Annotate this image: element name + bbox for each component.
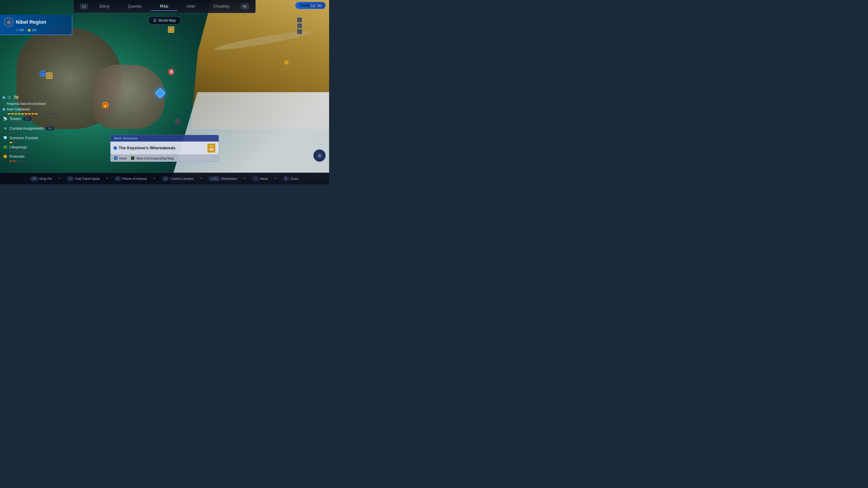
- summon-dots: [9, 142, 58, 143]
- fast-travel-action[interactable]: •◦• Fast Travel Spots: [67, 176, 100, 181]
- region-stat-shield: 🛡 0/3: [16, 28, 24, 32]
- tab-intel[interactable]: Intel: [178, 2, 204, 11]
- tab-map[interactable]: Map: [151, 2, 178, 11]
- combat-icon: ✕: [3, 126, 8, 131]
- combat-dot-2: [13, 133, 16, 134]
- rock-formation-center: [92, 65, 164, 129]
- view-action[interactable]: ✕ View: [114, 156, 126, 160]
- drop-pin-label: Drop Pin: [39, 177, 52, 181]
- player-marker: [157, 90, 166, 98]
- lifesprings-dots: [9, 151, 58, 153]
- regional-data-label: Regional Data Accumulated: [7, 102, 46, 105]
- combat-label: Combat Assignments: [9, 127, 43, 131]
- destination-label: Destination: [221, 177, 237, 181]
- towers-dot-5: [23, 123, 26, 124]
- map-marker-x[interactable]: ✕: [284, 59, 289, 66]
- quest-diamond-icon: [113, 146, 118, 151]
- protorelic-icon: 🔶: [3, 154, 8, 159]
- intel-dot-8: [31, 113, 34, 115]
- top-navigation: L2 Story Quests Map Intel Chadley R2: [73, 0, 256, 13]
- protorelic-dot-2: [13, 160, 16, 162]
- protorelic-dot-4: [20, 160, 22, 162]
- x-button-icon: ✕: [114, 156, 118, 160]
- drop-pin-action[interactable]: R3 Drop Pin: [31, 176, 52, 181]
- tab-chadley[interactable]: Chadley: [204, 2, 239, 11]
- protorelic-dot-3: [16, 160, 19, 162]
- world-map-icon: ☰: [153, 18, 156, 23]
- tab-quests[interactable]: Quests: [119, 2, 151, 11]
- intel-dot-3: [14, 113, 17, 115]
- left-sidebar: ⬡ 70 Regional Data Accumulated Intel Gat…: [3, 95, 58, 162]
- protorelic-row: 🔶 Protorelic: [3, 154, 58, 159]
- regional-data-label-row: Regional Data Accumulated: [3, 102, 58, 105]
- map-marker-enemy[interactable]: 💀: [168, 69, 174, 75]
- intel-dot-2: [11, 113, 14, 115]
- intel-dot-9: [35, 113, 37, 115]
- regional-data-value: 70: [13, 95, 19, 100]
- fast-travel-button[interactable]: •◦•: [67, 176, 74, 181]
- towers-dot-2: [13, 123, 16, 124]
- region-stat-star: ⭐ 3/3: [27, 28, 36, 32]
- intel-diamond-icon: [2, 108, 5, 111]
- map-marker-corner-icons: 🛡 ◈ ⚔: [297, 18, 302, 34]
- zoom-label: Zoom: [290, 177, 299, 181]
- intel-dot-1: [8, 113, 10, 115]
- intel-dot-15: [55, 113, 58, 115]
- towers-dot-1: [9, 123, 12, 124]
- separator-1: •: [59, 176, 60, 181]
- intel-dot-10: [38, 113, 41, 115]
- summon-icon: 💎: [3, 136, 8, 140]
- map-marker-blue-1[interactable]: ◈: [40, 71, 46, 76]
- destination-action[interactable]: L1/R1 Destination: [209, 176, 237, 181]
- towers-count: 0 0: [23, 116, 32, 121]
- tab-story[interactable]: Story: [90, 2, 119, 11]
- bottom-bar: R3 Drop Pin • •◦• Fast Travel Spots • ✦ …: [0, 173, 329, 184]
- compass: ⊕: [313, 149, 326, 162]
- places-button[interactable]: ✦: [115, 176, 121, 181]
- zoom-button: R: [283, 176, 289, 181]
- player-name: Cloud: [300, 3, 309, 7]
- combat-dot-1: [9, 133, 12, 134]
- intel-dots: [8, 113, 58, 115]
- summon-label: Summon Crystals: [9, 136, 38, 140]
- region-icon: ◎: [4, 18, 13, 27]
- move-label: Move: [260, 177, 268, 181]
- summon-progress: [3, 142, 58, 143]
- separator-2: •: [106, 176, 108, 181]
- l2-button[interactable]: L2: [80, 4, 88, 9]
- combat-row: ✕ Combat Assignments 0/9: [3, 126, 58, 131]
- intel-dot-11: [41, 113, 44, 115]
- places-label: Places of Interest: [122, 177, 147, 181]
- fast-travel-label: Fast Travel Spots: [75, 177, 100, 181]
- move-button: ↑↓: [252, 176, 259, 181]
- places-action[interactable]: ✦ Places of Interest: [115, 176, 147, 181]
- map-marker-fast-travel[interactable]: 🚩: [175, 119, 180, 124]
- move-action: ↑↓ Move: [252, 176, 268, 181]
- map-marker-fire[interactable]: 🔥: [102, 102, 108, 108]
- l3-button[interactable]: L3: [162, 176, 169, 181]
- map-marker-chest-2[interactable]: ⊞: [46, 72, 53, 79]
- world-map-button[interactable]: ☰ World Map: [148, 16, 181, 25]
- intel-dot-5: [21, 113, 24, 115]
- current-location-action[interactable]: L3 Current Location: [162, 176, 194, 181]
- map-marker-chest-1[interactable]: ⊞: [168, 26, 174, 33]
- separator-5: •: [244, 176, 245, 181]
- combat-count: 0/9: [45, 126, 55, 131]
- combat-dot-3: [16, 133, 19, 134]
- r3-button[interactable]: R3: [31, 176, 38, 181]
- quest-name: The Keystone's Whereabouts: [114, 146, 176, 151]
- l1r1-button[interactable]: L1/R1: [209, 176, 220, 181]
- summon-row: 💎 Summon Crystals: [3, 136, 58, 140]
- intel-row: Intel Gathered: [3, 107, 58, 111]
- scenario-panel: Main Scenario The Keystone's Whereabouts…: [110, 135, 219, 162]
- regional-data-icon: ⬡: [7, 95, 12, 100]
- player-level: 40: [318, 4, 321, 7]
- towers-icon: 📡: [3, 117, 8, 121]
- lifesprings-label: Lifesprings: [9, 145, 27, 149]
- protorelic-dot-1: [9, 160, 12, 162]
- lifesprings-icon: 🌿: [3, 145, 8, 149]
- r2-button[interactable]: R2: [241, 4, 249, 9]
- view-map-action[interactable]: □ View Corresponding Map: [131, 156, 174, 160]
- view-label: View: [119, 156, 126, 160]
- summon-dot-3: [16, 142, 19, 143]
